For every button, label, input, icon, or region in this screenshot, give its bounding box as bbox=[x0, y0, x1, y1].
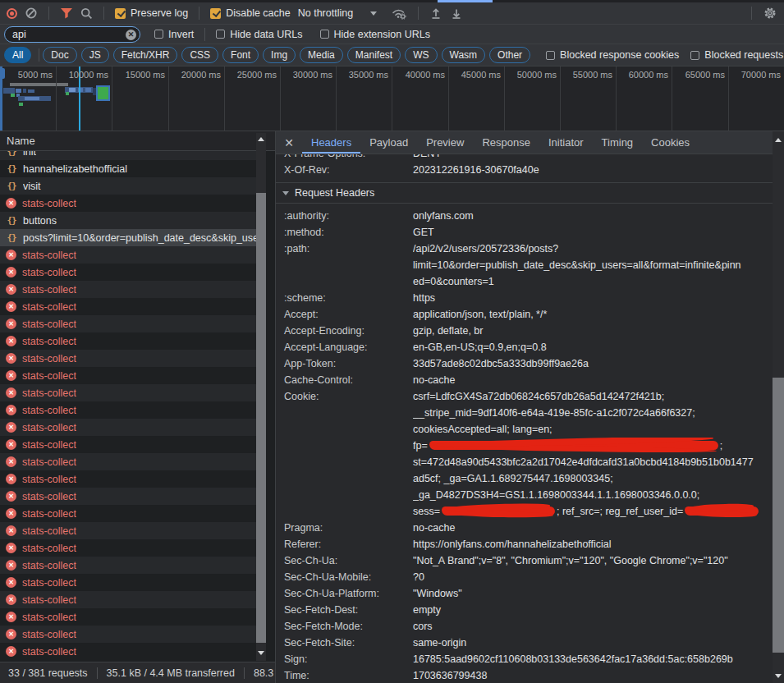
filter-button[interactable] bbox=[60, 7, 73, 19]
request-row-visit[interactable]: {}visit bbox=[0, 177, 256, 195]
request-row-stats-collect[interactable]: ✕stats-collect bbox=[0, 281, 256, 298]
request-row-stats-collect[interactable]: ✕stats-collect bbox=[0, 315, 256, 332]
filter-pill-css[interactable]: CSS bbox=[181, 47, 218, 63]
request-list-scrollbar[interactable] bbox=[256, 133, 266, 661]
import-har-button[interactable] bbox=[429, 7, 442, 20]
request-name: stats-collect bbox=[22, 525, 76, 537]
header-value: gzip, deflate, br bbox=[413, 323, 773, 339]
header-key: Cache-Control: bbox=[284, 372, 413, 388]
hide-data-urls-checkbox[interactable]: Hide data URLs bbox=[216, 29, 302, 40]
filter-pill-fetch-xhr[interactable]: Fetch/XHR bbox=[113, 47, 178, 63]
headers-content: X-Frame-Options: DENY X-Of-Rev: 20231226… bbox=[276, 154, 773, 683]
request-row-stats-collect[interactable]: ✕stats-collect bbox=[0, 384, 256, 401]
header-entry: Accept:application/json, text/plain, */* bbox=[276, 306, 773, 323]
header-value: 16785:5aad9602cf110608b03133de563642fac1… bbox=[413, 651, 773, 667]
disable-cache-checkbox[interactable]: Disable cache bbox=[210, 7, 291, 19]
request-row-stats-collect[interactable]: ✕stats-collect bbox=[0, 332, 256, 350]
header-key: Accept: bbox=[284, 306, 413, 323]
request-row-stats-collect[interactable]: ✕stats-collect bbox=[0, 436, 256, 453]
header-value: DENY bbox=[413, 154, 773, 162]
network-conditions-button[interactable] bbox=[391, 7, 407, 20]
filter-pill-all[interactable]: All bbox=[4, 47, 31, 63]
filter-pill-font[interactable]: Font bbox=[222, 47, 259, 63]
request-row-stats-collect[interactable]: ✕stats-collect bbox=[0, 246, 256, 264]
filter-pill-other[interactable]: Other bbox=[489, 47, 530, 63]
filter-pill-js[interactable]: JS bbox=[81, 47, 109, 63]
name-column-header[interactable]: Name bbox=[0, 131, 275, 151]
request-row-posts-limit-10-order-publish-date-desc-s[interactable]: {}posts?limit=10&order=publish_date_desc… bbox=[0, 229, 256, 246]
tab-preview[interactable]: Preview bbox=[417, 131, 473, 154]
request-row-stats-collect[interactable]: ✕stats-collect bbox=[0, 522, 256, 539]
request-row-stats-collect[interactable]: ✕stats-collect bbox=[0, 626, 256, 643]
failed-request-icon: ✕ bbox=[6, 387, 16, 398]
tab-timing[interactable]: Timing bbox=[593, 131, 643, 154]
network-overview-timeline[interactable]: 5000 ms10000 ms15000 ms20000 ms25000 ms3… bbox=[0, 66, 784, 131]
request-row-stats-collect[interactable]: ✕stats-collect bbox=[0, 557, 256, 574]
request-row-stats-collect[interactable]: ✕stats-collect bbox=[0, 539, 256, 557]
search-button[interactable] bbox=[80, 7, 93, 20]
request-row-stats-collect[interactable]: ✕stats-collect bbox=[0, 401, 256, 419]
failed-request-icon: ✕ bbox=[6, 543, 16, 553]
filter-pill-ws[interactable]: WS bbox=[405, 47, 437, 63]
divider bbox=[199, 7, 199, 20]
clear-button[interactable] bbox=[25, 7, 38, 20]
divider bbox=[48, 7, 49, 20]
filter-pill-manifest[interactable]: Manifest bbox=[347, 47, 401, 63]
request-name: init bbox=[23, 151, 36, 158]
request-row-stats-collect[interactable]: ✕stats-collect bbox=[0, 608, 256, 626]
request-row-stats-collect[interactable]: ✕stats-collect bbox=[0, 453, 256, 470]
request-name: stats-collect bbox=[22, 594, 76, 606]
scroll-down-icon[interactable] bbox=[775, 674, 782, 678]
tab-payload[interactable]: Payload bbox=[360, 131, 417, 154]
request-row-stats-collect[interactable]: ✕stats-collect bbox=[0, 367, 256, 384]
request-name: stats-collect bbox=[22, 387, 76, 399]
scroll-up-icon[interactable] bbox=[258, 137, 264, 141]
header-value: no-cache bbox=[413, 520, 773, 536]
scrollbar-thumb[interactable] bbox=[773, 378, 784, 653]
request-row-hannahelizabethofficial[interactable]: {}hannahelizabethofficial bbox=[0, 160, 256, 177]
filter-pill-media[interactable]: Media bbox=[300, 47, 343, 63]
request-row-init[interactable]: {}init bbox=[0, 151, 256, 160]
clear-input-icon[interactable]: ✕ bbox=[126, 30, 136, 40]
request-row-stats-collect[interactable]: ✕stats-collect bbox=[0, 591, 256, 608]
request-row-stats-collect[interactable]: ✕stats-collect bbox=[0, 298, 256, 315]
tab-headers[interactable]: Headers bbox=[302, 131, 360, 154]
tab-response[interactable]: Response bbox=[473, 131, 539, 154]
request-row-stats-collect[interactable]: ✕stats-collect bbox=[0, 643, 256, 660]
request-row-stats-collect[interactable]: ✕stats-collect bbox=[0, 195, 256, 212]
filter-pill-wasm[interactable]: Wasm bbox=[442, 47, 486, 63]
header-value: empty bbox=[413, 602, 773, 618]
record-button[interactable] bbox=[7, 8, 17, 19]
scroll-down-icon[interactable] bbox=[258, 651, 264, 655]
scroll-up-icon[interactable] bbox=[775, 138, 782, 142]
request-row-buttons[interactable]: {}buttons bbox=[0, 212, 256, 229]
request-row-stats-collect[interactable]: ✕stats-collect bbox=[0, 488, 256, 505]
blocked-requests-checkbox[interactable]: Blocked requests bbox=[690, 49, 783, 61]
details-scrollbar[interactable] bbox=[773, 131, 784, 683]
hide-extension-urls-checkbox[interactable]: Hide extension URLs bbox=[320, 29, 430, 40]
close-icon[interactable]: ✕ bbox=[276, 131, 302, 154]
request-row-stats-collect[interactable]: ✕stats-collect bbox=[0, 350, 256, 367]
scrollbar-thumb[interactable] bbox=[256, 193, 266, 643]
export-har-button[interactable] bbox=[450, 7, 463, 20]
request-row-stats-collect[interactable]: ✕stats-collect bbox=[0, 419, 256, 436]
throttling-select[interactable]: No throttling bbox=[298, 7, 377, 19]
filter-pill-doc[interactable]: Doc bbox=[43, 47, 76, 63]
header-entry: :path:/api2/v2/users/20572336/posts?limi… bbox=[276, 241, 773, 290]
failed-request-icon: ✕ bbox=[6, 646, 16, 657]
request-row-stats-collect[interactable]: ✕stats-collect bbox=[0, 264, 256, 281]
request-row-stats-collect[interactable]: ✕stats-collect bbox=[0, 470, 256, 488]
request-row-stats-collect[interactable]: ✕stats-collect bbox=[0, 505, 256, 522]
request-headers-section-header[interactable]: Request Headers bbox=[276, 183, 773, 204]
request-row-stats-collect[interactable]: ✕stats-collect bbox=[0, 574, 256, 591]
failed-request-icon: ✕ bbox=[6, 612, 16, 622]
filter-input[interactable] bbox=[4, 26, 140, 43]
tab-initiator[interactable]: Initiator bbox=[539, 131, 593, 154]
preserve-log-checkbox[interactable]: Preserve log bbox=[115, 7, 188, 19]
tab-cookies[interactable]: Cookies bbox=[642, 131, 699, 154]
header-value: same-origin bbox=[413, 635, 773, 651]
settings-button[interactable] bbox=[763, 6, 777, 21]
filter-pill-img[interactable]: Img bbox=[263, 47, 296, 63]
blocked-response-cookies-checkbox[interactable]: Blocked response cookies bbox=[546, 49, 679, 61]
invert-checkbox[interactable]: Invert bbox=[154, 29, 194, 40]
